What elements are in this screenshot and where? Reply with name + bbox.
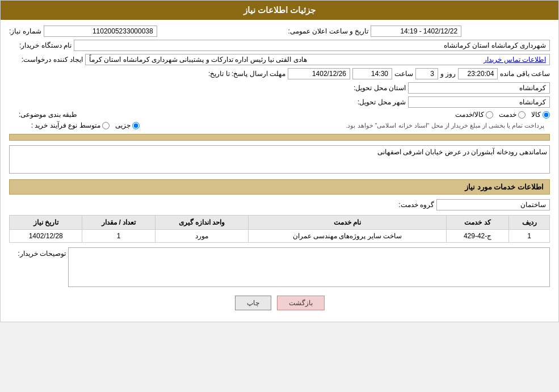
row-ijad-konande: اطلاعات تماس خریدار هادی الفتی نیا رئیس …	[9, 54, 550, 65]
radio-khadamat-label: خدمت	[499, 111, 516, 119]
ijad-konande-label: ایجاد کننده درخواست:	[9, 56, 83, 64]
radio-kala-khadamat-input[interactable]	[486, 111, 493, 119]
shomara-niaz-label: شماره نیاز:	[9, 27, 41, 35]
button-row: بازگشت چاپ	[9, 296, 550, 310]
col-radif: ردیف	[509, 216, 550, 230]
tozihat-textarea[interactable]	[68, 247, 550, 287]
khadamat-title-text: اطلاعات خدمات مورد نیاز	[465, 183, 544, 191]
col-kod: کد خدمت	[446, 216, 509, 230]
radio-kala-input[interactable]	[543, 111, 550, 119]
now-notice: پرداخت تمام یا بخشی از مبلغ خریدار از مح…	[142, 122, 550, 129]
radio-jozvi-label: جزیی	[115, 121, 131, 129]
sharh-textarea[interactable]	[9, 145, 550, 174]
row-mohlat: ساعت باقی مانده 23:20:04 روز و 3 ساعت 14…	[9, 68, 550, 79]
radio-jozvi[interactable]: جزیی	[115, 121, 140, 129]
main-content: 1402/12/22 - 14:19 تاریخ و ساعت اعلان عم…	[1, 20, 558, 322]
radio-kala-khadamat[interactable]: کالا/خدمت	[455, 111, 493, 119]
row-tabaqe: کالا/خدمت خدمت کالا طبقه بندی موضوعی:	[9, 111, 550, 119]
mohlat-saat-label: ساعت باقی مانده	[500, 70, 550, 78]
radio-kala-khadamat-label: کالا/خدمت	[455, 111, 484, 119]
radio-kala-label: کالا	[531, 111, 541, 119]
table-header-row: ردیف کد خدمت نام خدمت واحد اندازه گیری ت…	[10, 216, 550, 230]
table-row: 1 ج-42-429 ساخت سایر پروژه‌های مهندسی عم…	[10, 230, 550, 243]
khadamat-section-title: اطلاعات خدمات مورد نیاز	[9, 179, 550, 195]
radio-jozvi-input[interactable]	[132, 122, 140, 129]
row-nam-dastgah: شهرداری کرمانشاه استان کرمانشاه نام دستگ…	[9, 40, 550, 51]
back-button[interactable]: بازگشت	[277, 296, 325, 310]
row-goroh-khadamat: ساختمان گروه خدمت:	[9, 199, 550, 210]
col-tedad: تعداد / مقدار	[82, 216, 155, 230]
service-table: ردیف کد خدمت نام خدمت واحد اندازه گیری ت…	[9, 215, 550, 243]
radio-khadamat[interactable]: خدمت	[499, 111, 526, 119]
sharh-row	[9, 145, 550, 174]
radio-motaset[interactable]: متوسط	[79, 121, 110, 129]
ostan-tahvil-label: استان محل تحویل:	[338, 84, 406, 92]
ijad-konande-value: هادی الفتی نیا رئیس اداره تدارکات و پشتی…	[89, 56, 307, 64]
cell-kod: ج-42-429	[446, 230, 509, 243]
col-vahed: واحد اندازه گیری	[155, 216, 248, 230]
tabaqe-radio-group: کالا/خدمت خدمت کالا	[455, 111, 550, 119]
row-now-farayand: پرداخت تمام یا بخشی از مبلغ خریدار از مح…	[9, 121, 550, 129]
cell-tedad: 1	[82, 230, 155, 243]
shahr-tahvil-label: شهر محل تحویل:	[338, 98, 406, 106]
tozihat-label: توصیحات خریدار:	[9, 247, 66, 258]
radio-kala[interactable]: کالا	[531, 111, 550, 119]
row-shahr: کرمانشاه شهر محل تحویل:	[9, 96, 550, 108]
radio-motaset-label: متوسط	[79, 121, 100, 129]
col-tarikh: تاریخ نیاز	[10, 216, 82, 230]
page-wrapper: جزئیات اطلاعات نیاز 1402/12/22 - 14:19 ت…	[0, 0, 559, 322]
row-tozihat: توصیحات خریدار:	[9, 247, 550, 287]
sharh-section-title	[9, 134, 550, 141]
now-radio-group: متوسط جزیی	[79, 121, 140, 129]
radio-khadamat-input[interactable]	[518, 111, 526, 119]
cell-tarikh: 1402/12/28	[10, 230, 82, 243]
ijad-konande-link[interactable]: اطلاعات تماس خریدار	[484, 56, 546, 64]
mohlat-label: مهلت ارسال پاسخ: تا تاریخ:	[9, 70, 285, 78]
nam-dastgah-value: شهرداری کرمانشاه استان کرمانشاه	[74, 40, 550, 51]
radio-motaset-input[interactable]	[102, 122, 110, 129]
mohlat-date: 1402/12/26	[288, 68, 350, 79]
tarikh-aalan-value: 1402/12/22 - 14:19	[371, 26, 461, 37]
ostan-tahvil-value: کرمانشاه	[408, 82, 550, 94]
now-farayand-label: نوع فرآیند خرید :	[9, 121, 77, 129]
mohlat-time: 14:30	[352, 68, 392, 79]
shomara-niaz-value: 1102005233000038	[44, 26, 157, 37]
cell-vahed: مورد	[155, 230, 248, 243]
goroh-khadamat-label: گروه خدمت:	[398, 201, 434, 209]
print-button[interactable]: چاپ	[235, 296, 271, 310]
col-nam: نام خدمت	[249, 216, 447, 230]
row-shomara-tarikh: 1402/12/22 - 14:19 تاریخ و ساعت اعلان عم…	[9, 26, 550, 37]
mohlat-time-label: ساعت	[394, 70, 413, 78]
cell-nam: ساخت سایر پروژه‌های مهندسی عمران	[249, 230, 447, 243]
shahr-tahvil-value: کرمانشاه	[408, 96, 550, 108]
page-title: جزئیات اطلاعات نیاز	[1, 1, 558, 20]
mohlat-roz-label: روز و	[440, 70, 456, 78]
cell-radif: 1	[509, 230, 550, 243]
tabaqe-label: طبقه بندی موضوعی:	[9, 111, 77, 119]
tarikh-aalan-label: تاریخ و ساعت اعلان عمومی:	[288, 27, 369, 35]
row-ostan: کرمانشاه استان محل تحویل:	[9, 82, 550, 94]
mohlat-saat-value: 23:20:04	[458, 68, 498, 79]
nam-dastgah-label: نام دستگاه خریدار:	[9, 41, 72, 49]
mohlat-roz-value: 3	[415, 68, 438, 79]
goroh-khadamat-value: ساختمان	[436, 199, 550, 210]
